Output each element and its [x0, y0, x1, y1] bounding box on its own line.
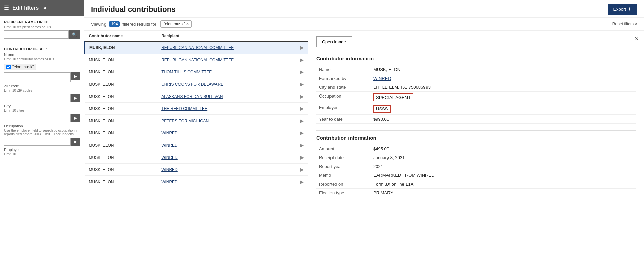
detail-row: Reported onForm 3X on line 11AI [316, 180, 636, 189]
recipient-cell[interactable]: THOM TILLIS COMMITTEE [157, 66, 296, 78]
detail-row: Report year2021 [316, 162, 636, 171]
city-submit-icon: ▶ [74, 115, 77, 120]
name-checkbox[interactable] [6, 65, 11, 69]
row-arrow-cell[interactable]: ▶ [296, 54, 308, 66]
recipient-link[interactable]: ALASKANS FOR DAN SULLIVAN [161, 94, 223, 99]
detail-field-value[interactable]: WINRED [371, 74, 636, 83]
table-row[interactable]: MUSK, ELONREPUBLICAN NATIONAL COMMITTEE▶ [85, 54, 308, 66]
row-detail-arrow[interactable]: ▶ [300, 81, 304, 87]
row-detail-arrow[interactable]: ▶ [300, 118, 304, 124]
table-row[interactable]: MUSK, ELONWINRED▶ [85, 139, 308, 151]
zip-input[interactable] [4, 94, 71, 102]
occupation-hint: Use the employer field to search by occu… [4, 129, 80, 136]
row-arrow-cell[interactable]: ▶ [296, 139, 308, 151]
table-row[interactable]: MUSK, ELONTHOM TILLIS COMMITTEE▶ [85, 66, 308, 78]
row-arrow-cell[interactable]: ▶ [296, 103, 308, 115]
occupation-input[interactable] [4, 138, 71, 146]
recipient-link[interactable]: WINRED [161, 131, 178, 135]
recipient-cell[interactable]: PETERS FOR MICHIGAN [157, 115, 296, 127]
recipient-link[interactable]: CHRIS COONS FOR DELAWARE [161, 82, 223, 87]
row-arrow-cell[interactable]: ▶ [296, 41, 308, 54]
table-row[interactable]: MUSK, ELONREPUBLICAN NATIONAL COMMITTEE▶ [85, 41, 308, 54]
row-detail-arrow[interactable]: ▶ [300, 93, 304, 99]
recipient-section-title: RECIPIENT NAME OR ID [4, 20, 80, 24]
row-detail-arrow[interactable]: ▶ [300, 179, 304, 185]
recipient-cell[interactable]: REPUBLICAN NATIONAL COMMITTEE [157, 54, 296, 66]
recipient-link[interactable]: REPUBLICAN NATIONAL COMMITTEE [161, 45, 234, 50]
employer-label: Employer [4, 148, 80, 152]
row-detail-arrow[interactable]: ▶ [300, 57, 304, 63]
table-header-row: Contributor name Recipient [85, 31, 308, 41]
recipient-link[interactable]: WINRED [161, 143, 178, 148]
collapse-icon[interactable]: ◄ [42, 5, 48, 11]
row-arrow-cell[interactable]: ▶ [296, 176, 308, 188]
export-button[interactable]: Export ⬇ [608, 4, 637, 15]
name-tag[interactable]: "elon musk" [4, 64, 36, 70]
name-hint: Limit 10 contributor names or IDs [4, 57, 80, 61]
table-row[interactable]: MUSK, ELONWINRED▶ [85, 176, 308, 188]
recipient-link[interactable]: THE REED COMMITTEE [161, 106, 207, 111]
recipient-cell[interactable]: ALASKANS FOR DAN SULLIVAN [157, 90, 296, 103]
row-arrow-cell[interactable]: ▶ [296, 164, 308, 176]
name-submit-button[interactable]: ▶ [71, 72, 80, 80]
open-image-button[interactable]: Open image [316, 36, 352, 47]
row-detail-arrow[interactable]: ▶ [300, 130, 304, 136]
recipient-link[interactable]: REPUBLICAN NATIONAL COMMITTEE [161, 58, 234, 62]
recipient-cell[interactable]: WINRED [157, 164, 296, 176]
detail-field-label: City and state [316, 83, 371, 92]
name-input[interactable] [4, 72, 71, 82]
table-row[interactable]: MUSK, ELONWINRED▶ [85, 127, 308, 139]
row-detail-arrow[interactable]: ▶ [300, 45, 304, 50]
row-arrow-cell[interactable]: ▶ [296, 115, 308, 127]
recipient-link[interactable]: WINRED [161, 180, 178, 184]
occupation-submit-button[interactable]: ▶ [71, 138, 80, 146]
zip-submit-button[interactable]: ▶ [71, 94, 80, 102]
detail-link-value[interactable]: WINRED [373, 76, 391, 81]
col-recipient: Recipient [157, 31, 296, 41]
recipient-cell[interactable]: THE REED COMMITTEE [157, 103, 296, 115]
row-arrow-cell[interactable]: ▶ [296, 78, 308, 90]
reset-filters-link[interactable]: Reset filters × [612, 22, 637, 26]
sidebar-header: ☰ Edit filters ◄ [0, 0, 84, 16]
recipient-link[interactable]: THOM TILLIS COMMITTEE [161, 70, 212, 75]
filter-tag: "elon musk" × [160, 20, 192, 28]
table-row[interactable]: MUSK, ELONALASKANS FOR DAN SULLIVAN▶ [85, 90, 308, 103]
row-arrow-cell[interactable]: ▶ [296, 151, 308, 164]
recipient-link[interactable]: WINRED [161, 155, 178, 160]
row-arrow-cell[interactable]: ▶ [296, 127, 308, 139]
filter-tag-remove[interactable]: × [186, 22, 189, 26]
table-row[interactable]: MUSK, ELONWINRED▶ [85, 164, 308, 176]
recipient-link[interactable]: PETERS FOR MICHIGAN [161, 119, 209, 123]
recipient-input[interactable] [4, 30, 69, 39]
detail-close-button[interactable]: × [634, 35, 639, 43]
detail-row: Year to date$990.00 [316, 115, 636, 124]
recipient-cell[interactable]: WINRED [157, 176, 296, 188]
recipient-cell[interactable]: WINRED [157, 127, 296, 139]
contributor-name-cell: MUSK, ELON [85, 78, 157, 90]
table-row[interactable]: MUSK, ELONWINRED▶ [85, 151, 308, 164]
detail-row: OccupationSPECIAL AGENT [316, 92, 636, 103]
row-arrow-cell[interactable]: ▶ [296, 90, 308, 103]
recipient-cell[interactable]: WINRED [157, 139, 296, 151]
row-detail-arrow[interactable]: ▶ [300, 154, 304, 160]
table-row[interactable]: MUSK, ELONCHRIS COONS FOR DELAWARE▶ [85, 78, 308, 90]
table-row[interactable]: MUSK, ELONPETERS FOR MICHIGAN▶ [85, 115, 308, 127]
name-submit-icon: ▶ [74, 74, 77, 79]
city-input[interactable] [4, 114, 71, 122]
contributor-name-cell: MUSK, ELON [85, 151, 157, 164]
row-detail-arrow[interactable]: ▶ [300, 142, 304, 148]
row-detail-arrow[interactable]: ▶ [300, 167, 304, 172]
row-detail-arrow[interactable]: ▶ [300, 69, 304, 75]
city-submit-button[interactable]: ▶ [71, 114, 80, 122]
search-icon: 🔍 [72, 32, 77, 37]
row-detail-arrow[interactable]: ▶ [300, 106, 304, 111]
recipient-input-row: 🔍 [4, 30, 80, 39]
recipient-search-button[interactable]: 🔍 [69, 30, 80, 39]
hamburger-icon[interactable]: ☰ [4, 5, 9, 11]
row-arrow-cell[interactable]: ▶ [296, 66, 308, 78]
recipient-cell[interactable]: CHRIS COONS FOR DELAWARE [157, 78, 296, 90]
recipient-cell[interactable]: WINRED [157, 151, 296, 164]
table-row[interactable]: MUSK, ELONTHE REED COMMITTEE▶ [85, 103, 308, 115]
recipient-link[interactable]: WINRED [161, 167, 178, 172]
recipient-cell[interactable]: REPUBLICAN NATIONAL COMMITTEE [157, 41, 296, 54]
